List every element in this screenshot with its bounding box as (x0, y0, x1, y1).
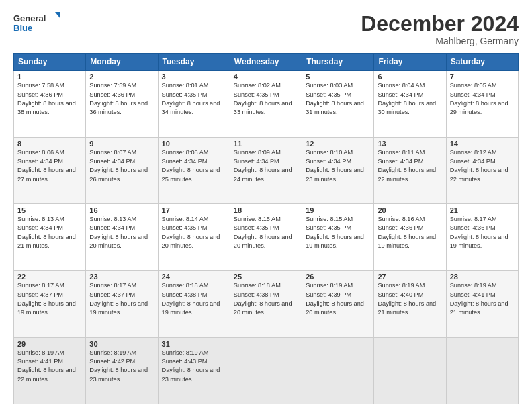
day-cell: 3Sunrise: 8:01 AMSunset: 4:35 PMDaylight… (158, 71, 230, 137)
day-number: 24 (162, 273, 226, 281)
header-saturday: Saturday (446, 54, 518, 71)
calendar-page: General Blue December 2024 Mahlberg, Ger… (0, 0, 532, 411)
day-cell: 15Sunrise: 8:13 AMSunset: 4:34 PMDayligh… (14, 203, 86, 270)
day-info: Sunrise: 8:11 AMSunset: 4:34 PMDaylight:… (378, 148, 442, 184)
day-cell: 7Sunrise: 8:05 AMSunset: 4:34 PMDaylight… (446, 71, 518, 137)
week-row-1: 1Sunrise: 7:58 AMSunset: 4:36 PMDaylight… (14, 71, 519, 137)
day-info: Sunrise: 7:58 AMSunset: 4:36 PMDaylight:… (17, 81, 82, 117)
day-cell: 25Sunrise: 8:18 AMSunset: 4:38 PMDayligh… (230, 271, 302, 337)
day-info: Sunrise: 8:10 AMSunset: 4:34 PMDaylight:… (306, 148, 370, 184)
svg-marker-2 (55, 12, 60, 19)
day-info: Sunrise: 8:17 AMSunset: 4:37 PMDaylight:… (17, 281, 82, 317)
day-info: Sunrise: 8:06 AMSunset: 4:34 PMDaylight:… (17, 148, 82, 184)
day-number: 17 (162, 206, 226, 214)
day-cell: 20Sunrise: 8:16 AMSunset: 4:36 PMDayligh… (374, 203, 446, 270)
day-number: 19 (306, 206, 370, 214)
day-number: 23 (89, 273, 154, 281)
header-monday: Monday (86, 54, 158, 71)
day-cell: 31Sunrise: 8:19 AMSunset: 4:43 PMDayligh… (158, 337, 230, 404)
day-cell: 16Sunrise: 8:13 AMSunset: 4:34 PMDayligh… (86, 203, 158, 270)
day-info: Sunrise: 8:19 AMSunset: 4:41 PMDaylight:… (450, 281, 515, 317)
calendar-header-row: SundayMondayTuesdayWednesdayThursdayFrid… (14, 54, 519, 71)
day-cell: 30Sunrise: 8:19 AMSunset: 4:42 PMDayligh… (86, 337, 158, 404)
logo-svg: General Blue (13, 12, 60, 36)
day-cell: 11Sunrise: 8:09 AMSunset: 4:34 PMDayligh… (230, 137, 302, 203)
day-cell: 10Sunrise: 8:08 AMSunset: 4:34 PMDayligh… (158, 137, 230, 203)
header-wednesday: Wednesday (230, 54, 302, 71)
header-thursday: Thursday (302, 54, 374, 71)
day-number: 12 (306, 140, 370, 148)
week-row-5: 29Sunrise: 8:19 AMSunset: 4:41 PMDayligh… (14, 337, 519, 404)
day-cell: 24Sunrise: 8:18 AMSunset: 4:38 PMDayligh… (158, 271, 230, 337)
day-number: 10 (162, 140, 226, 148)
day-info: Sunrise: 8:08 AMSunset: 4:34 PMDaylight:… (162, 148, 226, 184)
day-info: Sunrise: 8:04 AMSunset: 4:34 PMDaylight:… (378, 81, 442, 117)
day-cell: 27Sunrise: 8:19 AMSunset: 4:40 PMDayligh… (374, 271, 446, 337)
calendar-table: SundayMondayTuesdayWednesdayThursdayFrid… (13, 53, 519, 404)
day-info: Sunrise: 8:09 AMSunset: 4:34 PMDaylight:… (234, 148, 298, 184)
day-cell: 8Sunrise: 8:06 AMSunset: 4:34 PMDaylight… (14, 137, 86, 203)
title-block: December 2024 Mahlberg, Germany (361, 12, 519, 46)
logo: General Blue (13, 12, 60, 36)
day-number: 25 (234, 273, 298, 281)
day-cell: 21Sunrise: 8:17 AMSunset: 4:36 PMDayligh… (446, 203, 518, 270)
day-cell: 13Sunrise: 8:11 AMSunset: 4:34 PMDayligh… (374, 137, 446, 203)
day-cell: 1Sunrise: 7:58 AMSunset: 4:36 PMDaylight… (14, 71, 86, 137)
day-cell: 22Sunrise: 8:17 AMSunset: 4:37 PMDayligh… (14, 271, 86, 337)
week-row-4: 22Sunrise: 8:17 AMSunset: 4:37 PMDayligh… (14, 271, 519, 337)
day-info: Sunrise: 8:19 AMSunset: 4:40 PMDaylight:… (378, 281, 442, 317)
day-cell: 12Sunrise: 8:10 AMSunset: 4:34 PMDayligh… (302, 137, 374, 203)
header-friday: Friday (374, 54, 446, 71)
day-info: Sunrise: 8:19 AMSunset: 4:43 PMDaylight:… (162, 349, 226, 384)
day-number: 20 (378, 206, 442, 214)
day-cell (230, 337, 302, 404)
day-number: 27 (378, 273, 442, 281)
calendar-body: 1Sunrise: 7:58 AMSunset: 4:36 PMDaylight… (14, 71, 519, 404)
day-number: 14 (450, 140, 515, 148)
day-number: 3 (162, 73, 226, 81)
day-info: Sunrise: 8:12 AMSunset: 4:34 PMDaylight:… (450, 148, 515, 184)
day-number: 5 (306, 73, 370, 81)
day-info: Sunrise: 8:19 AMSunset: 4:39 PMDaylight:… (306, 281, 370, 317)
header: General Blue December 2024 Mahlberg, Ger… (13, 12, 519, 46)
day-cell: 19Sunrise: 8:15 AMSunset: 4:35 PMDayligh… (302, 203, 374, 270)
day-cell: 4Sunrise: 8:02 AMSunset: 4:35 PMDaylight… (230, 71, 302, 137)
day-cell: 29Sunrise: 8:19 AMSunset: 4:41 PMDayligh… (14, 337, 86, 404)
header-tuesday: Tuesday (158, 54, 230, 71)
day-cell: 18Sunrise: 8:15 AMSunset: 4:35 PMDayligh… (230, 203, 302, 270)
day-number: 9 (89, 140, 154, 148)
day-info: Sunrise: 8:17 AMSunset: 4:36 PMDaylight:… (450, 215, 515, 250)
day-info: Sunrise: 8:18 AMSunset: 4:38 PMDaylight:… (234, 281, 298, 317)
day-info: Sunrise: 8:19 AMSunset: 4:42 PMDaylight:… (89, 349, 154, 384)
day-number: 13 (378, 140, 442, 148)
day-cell: 2Sunrise: 7:59 AMSunset: 4:36 PMDaylight… (86, 71, 158, 137)
day-number: 2 (89, 73, 154, 81)
day-number: 31 (162, 340, 226, 348)
day-cell (446, 337, 518, 404)
day-cell: 28Sunrise: 8:19 AMSunset: 4:41 PMDayligh… (446, 271, 518, 337)
day-cell (302, 337, 374, 404)
day-number: 30 (89, 340, 154, 348)
day-info: Sunrise: 8:19 AMSunset: 4:41 PMDaylight:… (17, 349, 82, 384)
day-info: Sunrise: 8:14 AMSunset: 4:35 PMDaylight:… (162, 215, 226, 250)
day-info: Sunrise: 8:18 AMSunset: 4:38 PMDaylight:… (162, 281, 226, 317)
day-number: 1 (17, 73, 82, 81)
day-info: Sunrise: 8:15 AMSunset: 4:35 PMDaylight:… (234, 215, 298, 250)
day-number: 15 (17, 206, 82, 214)
day-info: Sunrise: 8:13 AMSunset: 4:34 PMDaylight:… (89, 215, 154, 250)
day-number: 16 (89, 206, 154, 214)
month-title: December 2024 (361, 12, 519, 36)
day-number: 26 (306, 273, 370, 281)
svg-text:General: General (13, 13, 46, 24)
day-info: Sunrise: 8:01 AMSunset: 4:35 PMDaylight:… (162, 81, 226, 117)
day-cell: 23Sunrise: 8:17 AMSunset: 4:37 PMDayligh… (86, 271, 158, 337)
day-number: 29 (17, 340, 82, 348)
header-sunday: Sunday (14, 54, 86, 71)
day-cell: 26Sunrise: 8:19 AMSunset: 4:39 PMDayligh… (302, 271, 374, 337)
day-number: 6 (378, 73, 442, 81)
day-info: Sunrise: 8:02 AMSunset: 4:35 PMDaylight:… (234, 81, 298, 117)
day-cell: 9Sunrise: 8:07 AMSunset: 4:34 PMDaylight… (86, 137, 158, 203)
day-number: 22 (17, 273, 82, 281)
day-cell: 17Sunrise: 8:14 AMSunset: 4:35 PMDayligh… (158, 203, 230, 270)
week-row-3: 15Sunrise: 8:13 AMSunset: 4:34 PMDayligh… (14, 203, 519, 270)
